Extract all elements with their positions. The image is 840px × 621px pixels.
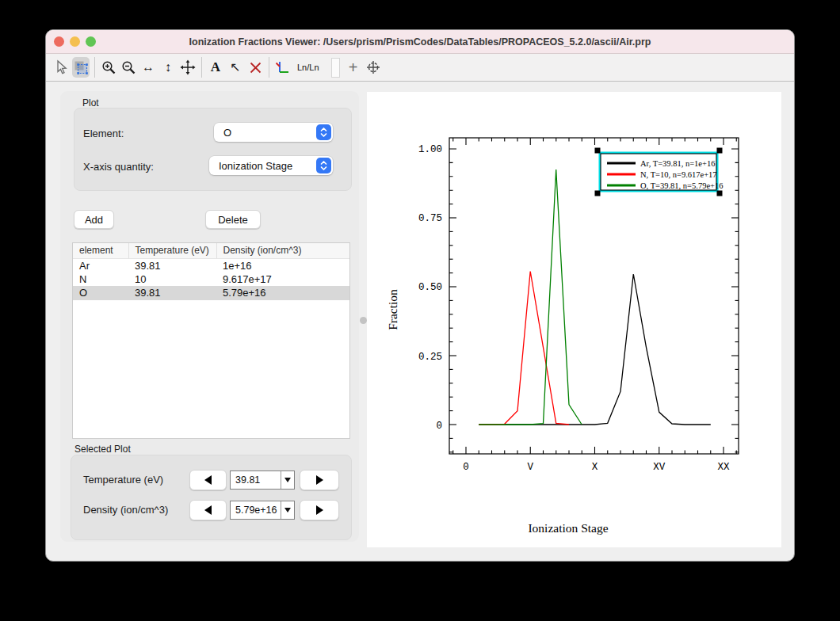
x-tick-label: V (527, 462, 533, 473)
toolbar-separator (269, 57, 269, 78)
legend-selection-handle[interactable] (717, 191, 723, 196)
target-tool-button[interactable] (365, 57, 382, 78)
x-axis-title: Ionization Stage (528, 521, 608, 535)
dropdown-arrow-icon[interactable] (281, 471, 294, 489)
table-cell: 1e+16 (216, 258, 349, 272)
y-tick-label: 0.50 (418, 282, 442, 293)
table-row[interactable]: Ar39.811e+16 (73, 258, 349, 272)
temperature-label: Temperature (eV) (83, 474, 163, 486)
move-icon (180, 59, 196, 75)
xaxis-quantity-label: X-axis quantity: (83, 161, 154, 173)
temperature-combo-value: 39.81 (235, 474, 260, 486)
y-tick-label: 0 (436, 421, 442, 432)
table-cell: 39.81 (128, 286, 216, 300)
table-cell: 9.617e+17 (216, 272, 349, 287)
selected-plot-group-box: Temperature (eV) 39.81 Density (ion/cm^3… (71, 455, 352, 540)
density-label: Density (ion/cm^3) (83, 504, 168, 516)
legend-entry-label: N, T=10, n=9.617e+17 (640, 170, 717, 179)
plot-svg: 0VXXVXX00.250.500.751.00FractionIonizati… (367, 92, 781, 547)
column-header[interactable]: element (73, 243, 128, 258)
plus-icon: + (349, 59, 358, 77)
region-zoom-tool-button[interactable] (72, 57, 90, 78)
plot-panel: 0VXXVXX00.250.500.751.00FractionIonizati… (367, 92, 781, 547)
xaxis-popup-value: Ionization Stage (219, 160, 292, 172)
crosshair-tool-button[interactable]: + (345, 57, 362, 78)
table-cell: 10 (128, 272, 216, 287)
northwest-arrow-icon: ↖ (230, 61, 240, 74)
density-combo-value: 5.79e+16 (235, 505, 277, 516)
xaxis-quantity-popup[interactable]: Ionization Stage (209, 156, 333, 175)
title-bar: Ionization Fractions Viewer: /Users/pris… (46, 30, 794, 54)
controls-panel: Plot Element: O X-axis quantity: Ionizat… (60, 91, 359, 542)
text-tool-button[interactable]: A (207, 57, 224, 78)
table-row[interactable]: N109.617e+17 (73, 272, 349, 287)
scale-mode-label: Ln/Ln (297, 63, 319, 72)
table-cell: 39.81 (128, 258, 216, 272)
x-tick-label: XV (653, 462, 666, 473)
expand-vertical-tool-button[interactable]: ↕ (159, 57, 177, 78)
legend-entry-label: O, T=39.81, n=5.79e+16 (640, 181, 723, 190)
toolbar: ↔ ↕ A ↖ (46, 54, 794, 82)
toolbar-separator (201, 57, 202, 78)
vertical-arrows-icon: ↕ (165, 61, 171, 74)
right-triangle-icon (316, 505, 323, 515)
zoom-out-icon (121, 60, 136, 75)
zoom-in-tool-button[interactable] (100, 57, 117, 78)
x-tick-label: XX (717, 462, 730, 473)
table-row[interactable]: O39.815.79e+16 (73, 286, 349, 300)
zoom-out-tool-button[interactable] (120, 57, 137, 78)
scale-mode-button[interactable]: Ln/Ln (294, 57, 323, 78)
legend-selection-handle[interactable] (717, 148, 723, 154)
popup-chevrons-icon (316, 124, 331, 140)
x-tick-label: 0 (463, 462, 469, 473)
table-cell: N (73, 272, 128, 287)
left-triangle-icon (204, 475, 212, 485)
zoom-in-icon (101, 60, 116, 75)
app-window: Ionization Fractions Viewer: /Users/pris… (45, 29, 795, 562)
splitter-handle[interactable] (360, 317, 367, 324)
plot-group-label: Plot (82, 97, 99, 109)
plots-table-header: elementTemperature (eV)Density (ion/cm^3… (73, 243, 349, 258)
pointer-tool-button[interactable] (52, 57, 70, 78)
dropdown-arrow-icon[interactable] (281, 501, 294, 519)
horizontal-arrows-icon: ↔ (142, 61, 155, 74)
red-x-icon (249, 61, 262, 74)
column-header[interactable]: Density (ion/cm^3) (216, 243, 349, 258)
legend-entry-label: Ar, T=39.81, n=1e+16 (640, 159, 715, 168)
delete-button[interactable]: Delete (205, 210, 261, 229)
y-tick-label: 0.25 (418, 352, 442, 363)
temperature-next-button[interactable] (300, 470, 339, 490)
legend-selection-handle[interactable] (595, 191, 601, 196)
left-triangle-icon (204, 505, 212, 515)
element-label: Element: (83, 128, 124, 139)
right-triangle-icon (316, 475, 323, 485)
temperature-combo[interactable]: 39.81 (230, 471, 295, 490)
annotation-arrow-tool-button[interactable]: ↖ (227, 57, 244, 78)
y-tick-label: 0.75 (418, 213, 442, 224)
plots-table: elementTemperature (eV)Density (ion/cm^3… (72, 242, 350, 439)
axes-tool-button[interactable] (274, 57, 292, 78)
legend-selection-handle[interactable] (595, 148, 601, 154)
table-cell: O (73, 286, 128, 300)
delete-button-label: Delete (218, 214, 248, 226)
curve-series-2 (479, 170, 582, 425)
column-header[interactable]: Temperature (eV) (128, 243, 216, 258)
element-popup[interactable]: O (214, 123, 333, 142)
table-cell: Ar (73, 258, 128, 272)
element-popup-value: O (223, 127, 231, 139)
window-title: Ionization Fractions Viewer: /Users/pris… (46, 30, 794, 54)
temperature-prev-button[interactable] (189, 470, 227, 490)
curve-series-1 (479, 272, 569, 425)
pan-tool-button[interactable] (179, 57, 197, 78)
table-cell: 5.79e+16 (216, 286, 349, 300)
expand-horizontal-tool-button[interactable]: ↔ (139, 57, 157, 78)
density-next-button[interactable] (300, 500, 339, 520)
curve-series-0 (479, 274, 711, 425)
add-button[interactable]: Add (74, 210, 114, 229)
delete-annotation-tool-button[interactable] (246, 57, 264, 78)
density-combo[interactable]: 5.79e+16 (230, 501, 295, 520)
toolbar-field-separator (331, 58, 340, 78)
region-select-icon (73, 59, 89, 75)
density-prev-button[interactable] (189, 500, 227, 520)
y-tick-label: 1.00 (418, 144, 442, 155)
